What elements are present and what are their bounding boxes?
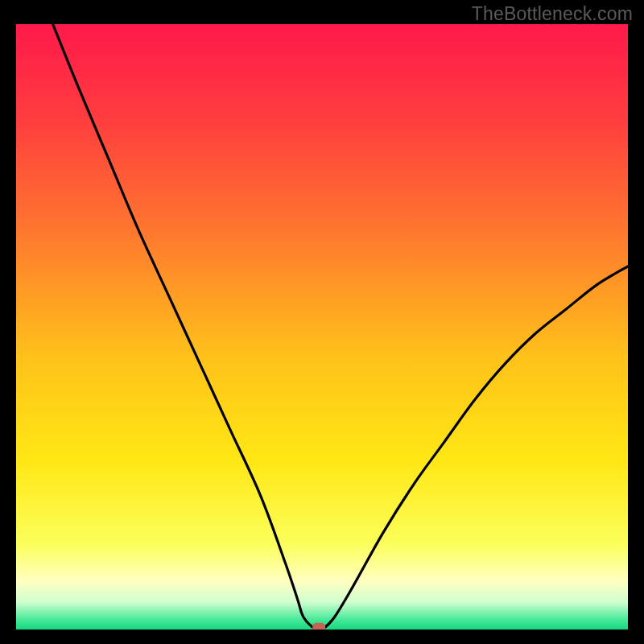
plot-area [16,24,628,630]
watermark-text: TheBottleneck.com [472,3,633,25]
minimum-marker [312,623,325,630]
gradient-background [16,24,628,630]
chart-frame: TheBottleneck.com [0,0,644,644]
chart-svg [16,24,628,630]
